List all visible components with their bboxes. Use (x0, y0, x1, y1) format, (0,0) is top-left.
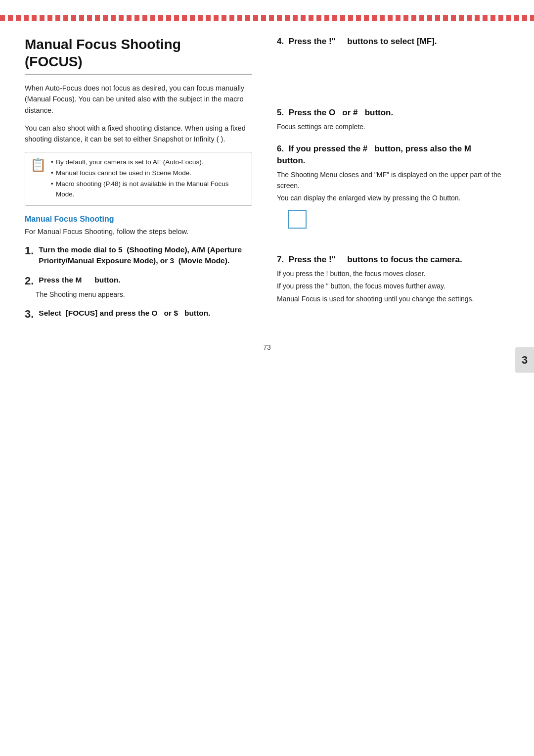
page: Manual Focus Shooting (FOCUS) When Auto-… (0, 0, 534, 756)
step-6-desc2: You can display the enlarged view by pre… (277, 193, 514, 204)
step-7-desc1: If you press the ! button, the focus mov… (277, 269, 514, 280)
note-item-2: Manual focus cannot be used in Scene Mod… (51, 168, 245, 178)
step-7: 7. Press the !" buttons to focus the cam… (277, 254, 514, 305)
subsection-intro: For Manual Focus Shooting, follow the st… (25, 227, 252, 237)
right-column: 4. Press the !" buttons to select [MF]. … (267, 36, 514, 329)
step-6: 6. If you pressed the # button, press al… (277, 143, 514, 234)
subsection-heading: Manual Focus Shooting (25, 215, 252, 224)
note-box: 📋 By default, your camera is set to AF (… (25, 152, 252, 206)
step-2-title: Press the M button. (39, 275, 120, 285)
intro-para2: You can also shoot with a fixed shooting… (25, 123, 252, 145)
note-list: By default, your camera is set to AF (Au… (51, 157, 245, 200)
step-1-num: 1. (25, 244, 34, 257)
step-1-title: Turn the mode dial to 5 (Shooting Mode),… (39, 244, 252, 267)
note-icon: 📋 (30, 158, 46, 171)
left-column: Manual Focus Shooting (FOCUS) When Auto-… (25, 36, 267, 329)
title-divider (25, 74, 252, 75)
top-border-decoration (0, 15, 534, 21)
step-3-num: 3. (25, 308, 34, 321)
step-2-num: 2. (25, 275, 34, 287)
step-7-title: 7. Press the !" buttons to focus the cam… (277, 254, 514, 266)
step-2-desc: The Shooting menu appears. (25, 289, 252, 300)
step-3: 3. Select [FOCUS] and press the O or $ b… (25, 308, 252, 321)
page-number: 73 (0, 343, 534, 351)
step-6-title: 6. If you pressed the # button, press al… (277, 143, 514, 167)
note-item-1: By default, your camera is set to AF (Au… (51, 157, 245, 167)
step-1: 1. Turn the mode dial to 5 (Shooting Mod… (25, 244, 252, 267)
step-4: 4. Press the !" buttons to select [MF]. (277, 36, 514, 47)
note-item-3: Macro shooting (P.48) is not available i… (51, 179, 245, 199)
intro-para1: When Auto-Focus does not focus as desire… (25, 83, 252, 116)
tab-3-indicator: 3 (515, 347, 534, 373)
step-2: 2. Press the M button. The Shooting menu… (25, 275, 252, 300)
step-5-desc: Focus settings are complete. (277, 122, 514, 133)
step-6-desc1: The Shooting Menu closes and "MF" is dis… (277, 170, 514, 191)
step-4-title: 4. Press the !" buttons to select [MF]. (277, 36, 514, 47)
step-3-title: Select [FOCUS] and press the O or $ butt… (39, 308, 210, 319)
step-5: 5. Press the O or # button. Focus settin… (277, 107, 514, 132)
step-7-desc2: If you press the " button, the focus mov… (277, 281, 514, 292)
step-5-title: 5. Press the O or # button. (277, 107, 514, 119)
step-7-desc3: Manual Focus is used for shooting until … (277, 294, 514, 305)
small-box-graphic (288, 210, 307, 229)
page-title: Manual Focus Shooting (FOCUS) (25, 36, 252, 70)
